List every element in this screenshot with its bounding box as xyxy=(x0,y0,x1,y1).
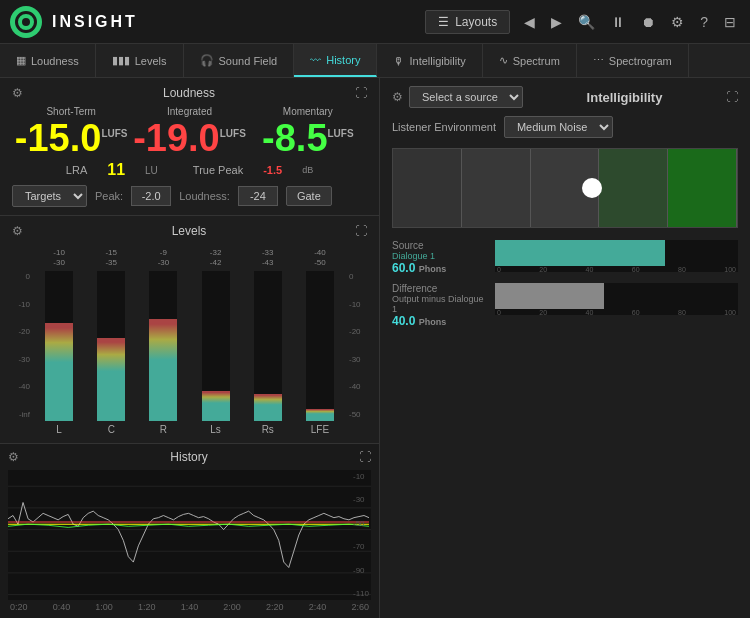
difference-sublabel: Output minus Dialogue 1 xyxy=(392,294,487,314)
level-bar-fill-lfe xyxy=(306,409,334,421)
speech-icon: 🎙 xyxy=(393,55,404,67)
nav-next-button[interactable]: ▶ xyxy=(547,10,566,34)
level-bar-container-lfe xyxy=(306,271,334,421)
intelligibility-header: ⚙ Select a source Intelligibility ⛶ xyxy=(392,86,738,108)
tab-history[interactable]: 〰 History xyxy=(294,44,377,77)
integrated-label: Integrated xyxy=(130,106,248,117)
difference-label: Difference xyxy=(392,283,487,294)
layouts-button[interactable]: ☰ Layouts xyxy=(425,10,510,34)
source-meter-row: Source Dialogue 1 60.0 Phons 0 20 40 60 … xyxy=(392,240,738,275)
level-channel-lfe: -40 -50LFE xyxy=(295,248,345,435)
momentary-value: -8.5LUFS xyxy=(249,119,367,157)
levels-section: ⚙ Levels ⛶ 0 -10 -20 -30 -40 -inf -10 -3… xyxy=(0,216,379,443)
tab-spectrogram-label: Spectrogram xyxy=(609,55,672,67)
integrated-cell: Integrated -19.0LUFS xyxy=(130,106,248,157)
lra-unit: LU xyxy=(145,165,158,176)
record-button[interactable]: ⏺ xyxy=(637,10,659,34)
lra-value: 11 xyxy=(107,161,125,179)
pause-button[interactable]: ⏸ xyxy=(607,10,629,34)
integrated-value: -19.0LUFS xyxy=(130,119,248,157)
sti-bad xyxy=(393,149,462,227)
levels-gear-icon[interactable]: ⚙ xyxy=(12,224,23,238)
loudness-gear-icon[interactable]: ⚙ xyxy=(12,86,23,100)
difference-meter-row: Difference Output minus Dialogue 1 40.0 … xyxy=(392,283,738,328)
waveform-icon: 〰 xyxy=(310,54,321,66)
sti-sections xyxy=(393,149,737,227)
source-value: 60.0 Phons xyxy=(392,261,487,275)
sti-excellent xyxy=(668,149,737,227)
loudness-expand-icon[interactable]: ⛶ xyxy=(355,86,367,100)
levels-expand-icon[interactable]: ⛶ xyxy=(355,224,367,238)
targets-row: Targets Peak: Loudness: Gate xyxy=(12,185,367,207)
true-peak-unit: dB xyxy=(302,165,313,175)
level-channel-l: -10 -30L xyxy=(34,248,84,435)
tab-spectrum[interactable]: ∿ Spectrum xyxy=(483,44,577,77)
tab-spectrogram[interactable]: ⋯ Spectrogram xyxy=(577,44,689,77)
peak-input[interactable] xyxy=(131,186,171,206)
difference-scale: 0 20 40 60 80 100 xyxy=(495,309,738,315)
level-peak-rms-ls: -32 -42 xyxy=(210,248,222,269)
level-channel-r: -9 -30R xyxy=(138,248,188,435)
tab-history-label: History xyxy=(326,54,360,66)
help-button[interactable]: ? xyxy=(696,10,712,34)
tab-loudness[interactable]: ▦ Loudness xyxy=(0,44,96,77)
level-peak-rms-r: -9 -30 xyxy=(158,248,170,269)
sti-poor xyxy=(462,149,531,227)
tab-intelligibility[interactable]: 🎙 Intelligibility xyxy=(377,44,482,77)
levels-content: 0 -10 -20 -30 -40 -inf -10 -30L-15 -35C-… xyxy=(12,244,367,435)
history-gear-icon[interactable]: ⚙ xyxy=(8,450,19,464)
search-button[interactable]: 🔍 xyxy=(574,10,599,34)
level-label-l: L xyxy=(56,424,62,435)
history-right-scale: -10 -30 -50 -70 -90 -110 xyxy=(353,470,369,600)
short-term-value: -15.0LUFS xyxy=(12,119,130,157)
lra-label: LRA xyxy=(66,164,87,176)
difference-meter-bar: 0 20 40 60 80 100 xyxy=(495,283,738,315)
level-bar-container-l xyxy=(45,271,73,421)
levels-channels-grid: -10 -30L-15 -35C-9 -30R-32 -42Ls-33 -43R… xyxy=(34,248,345,435)
tab-sound-field[interactable]: 🎧 Sound Field xyxy=(184,44,295,77)
source-scale: 0 20 40 60 80 100 xyxy=(495,266,738,272)
difference-value: 40.0 Phons xyxy=(392,314,487,328)
level-channel-rs: -33 -43Rs xyxy=(243,248,293,435)
intel-gear-icon[interactable]: ⚙ xyxy=(392,90,403,104)
intel-expand-icon[interactable]: ⛶ xyxy=(726,90,738,104)
source-meter-bar: 0 20 40 60 80 100 xyxy=(495,240,738,272)
history-expand-icon[interactable]: ⛶ xyxy=(359,450,371,464)
listener-env-select[interactable]: Medium Noise xyxy=(504,116,613,138)
level-peak-rms-rs: -33 -43 xyxy=(262,248,274,269)
momentary-cell: Momentary -8.5LUFS xyxy=(249,106,367,157)
level-peak-rms-c: -15 -35 xyxy=(105,248,117,269)
targets-select[interactable]: Targets xyxy=(12,185,87,207)
tab-bar: ▦ Loudness ▮▮▮ Levels 🎧 Sound Field 〰 Hi… xyxy=(0,44,750,78)
history-svg xyxy=(8,470,371,600)
settings-button[interactable]: ⚙ xyxy=(667,10,688,34)
level-channel-c: -15 -35C xyxy=(86,248,136,435)
source-select-row: ⚙ Select a source xyxy=(392,86,523,108)
tab-loudness-label: Loudness xyxy=(31,55,79,67)
gate-button[interactable]: Gate xyxy=(286,186,332,206)
sti-good xyxy=(599,149,668,227)
source-select[interactable]: Select a source xyxy=(409,86,523,108)
loudness-grid: Short-Term -15.0LUFS Integrated -19.0LUF… xyxy=(12,106,367,157)
tab-intelligibility-label: Intelligibility xyxy=(409,55,465,67)
nav-prev-button[interactable]: ◀ xyxy=(520,10,539,34)
history-section: ⚙ History ⛶ xyxy=(0,443,379,618)
main-content: ⚙ Loudness ⛶ Short-Term -15.0LUFS Integr… xyxy=(0,78,750,618)
level-bar-fill-r xyxy=(149,319,177,421)
level-label-r: R xyxy=(160,424,167,435)
intelligibility-section: ⚙ Select a source Intelligibility ⛶ List… xyxy=(380,78,750,618)
level-bar-container-rs xyxy=(254,271,282,421)
momentary-label: Momentary xyxy=(249,106,367,117)
intelligibility-title: Intelligibility xyxy=(587,90,663,105)
tab-levels[interactable]: ▮▮▮ Levels xyxy=(96,44,184,77)
listener-env-label: Listener Environment xyxy=(392,121,496,133)
loudness-input[interactable] xyxy=(238,186,278,206)
minimize-button[interactable]: ⊟ xyxy=(720,10,740,34)
levels-scale-column: 0 -10 -20 -30 -40 -inf xyxy=(12,244,32,435)
source-meter-info: Source Dialogue 1 60.0 Phons xyxy=(392,240,487,275)
app-header: INSIGHT ☰ Layouts ◀ ▶ 🔍 ⏸ ⏺ ⚙ ? ⊟ xyxy=(0,0,750,44)
peak-label: Peak: xyxy=(95,190,123,202)
tab-levels-label: Levels xyxy=(135,55,167,67)
header-controls: ◀ ▶ 🔍 ⏸ ⏺ ⚙ ? ⊟ xyxy=(520,10,740,34)
app-title: INSIGHT xyxy=(52,13,425,31)
